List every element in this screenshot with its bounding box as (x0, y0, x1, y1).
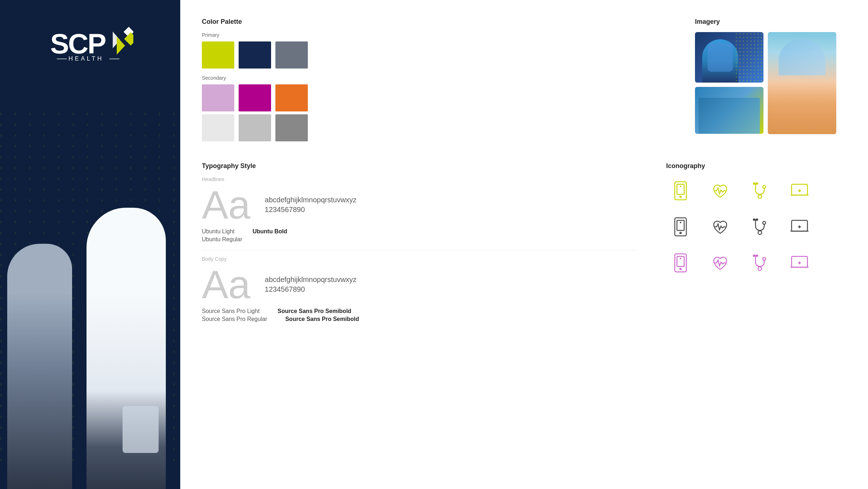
svg-point-31 (763, 221, 766, 224)
icon-row-dark (666, 212, 846, 241)
left-panel: SCP HEALTH › (0, 0, 180, 489)
stethoscope-icon-dark (745, 212, 774, 241)
headlines-numbers: 1234567890 (265, 206, 357, 214)
imagery-grid (695, 32, 846, 134)
typography-title: Typography Style (202, 162, 637, 170)
typography-body-block: Body Copy Aa abcdefghijklmnopqrstuvwxyz … (202, 256, 637, 322)
svg-text:SCP: SCP (50, 28, 105, 60)
svg-text:HEALTH: HEALTH (68, 55, 104, 62)
svg-point-20 (753, 183, 755, 184)
swatch-medium-gray (275, 41, 308, 69)
heart-monitor-icon-lime (706, 176, 735, 205)
secondary-label: Secondary (202, 75, 666, 81)
svg-point-49 (756, 255, 758, 256)
source-sans-regular-label: Source Sans Pro Regular (202, 316, 267, 322)
iconography-section: Iconography (666, 162, 846, 471)
swatch-orange (275, 84, 308, 111)
body-alpha: abcdefghijklmnopqrstuvwxyz (265, 276, 357, 284)
logo-container: SCP HEALTH (47, 22, 133, 65)
swatch-light-gray (239, 114, 271, 141)
headlines-alpha: abcdefghijklmnopqrstuvwxyz (265, 196, 357, 204)
laptop-medical-icon-lime (785, 176, 814, 205)
swatch-dark-gray (275, 114, 308, 141)
typography-section: Typography Style Headlines Aa abcdefghij… (202, 162, 637, 471)
laptop-medical-icon-purple (785, 248, 814, 277)
svg-point-16 (680, 196, 681, 198)
icon-row-purple (666, 248, 846, 277)
typo-divider (202, 250, 637, 250)
iconography-title: Iconography (666, 162, 846, 170)
heart-monitor-icon-dark (706, 212, 735, 241)
stethoscope-icon-purple (745, 248, 774, 277)
body-aa-sample: Aa (202, 265, 251, 304)
ubuntu-light-label: Ubuntu Light (202, 228, 235, 235)
swatch-lime-yellow (202, 41, 234, 69)
svg-point-30 (680, 232, 681, 234)
neutral-swatches (202, 114, 666, 141)
imagery-section: Imagery (695, 18, 846, 148)
doctor-patient-photo (0, 146, 180, 489)
svg-point-35 (756, 219, 758, 220)
svg-point-45 (763, 257, 766, 260)
svg-point-44 (680, 268, 681, 270)
secondary-palette-group: Secondary (202, 75, 666, 141)
scp-logo: SCP HEALTH (47, 22, 133, 65)
body-numbers: 1234567890 (265, 285, 357, 294)
imagery-col-right (768, 32, 836, 134)
color-palette-title: Color Palette (202, 18, 666, 26)
body-label: Body Copy (202, 256, 637, 262)
svg-point-21 (756, 183, 758, 184)
svg-point-48 (753, 255, 755, 256)
swatch-light-purple (202, 84, 234, 111)
primary-label: Primary (202, 32, 666, 38)
headlines-aa-sample: Aa (202, 185, 251, 225)
source-sans-semibold2-label: Source Sans Pro Semibold (285, 316, 359, 322)
svg-rect-11 (735, 32, 763, 83)
laptop-medical-icon-dark (785, 212, 814, 241)
icon-row-lime (666, 176, 846, 205)
phone-medical-icon-purple (666, 248, 695, 277)
bottom-section: Typography Style Headlines Aa abcdefghij… (202, 162, 846, 471)
svg-point-18 (758, 195, 762, 198)
imagery-title: Imagery (695, 18, 846, 26)
phone-medical-icon-lime (666, 176, 695, 205)
swatch-navy-blue (239, 41, 271, 69)
typography-headlines-block: Headlines Aa abcdefghijklmnopqrstuvwxyz … (202, 176, 637, 243)
swatch-magenta (239, 84, 271, 111)
right-panel: Color Palette Primary Secondary (180, 0, 868, 489)
imagery-col-left (695, 32, 763, 134)
svg-point-17 (763, 185, 766, 188)
svg-point-32 (758, 231, 762, 234)
ubuntu-regular-label: Ubuntu Regular (202, 236, 637, 243)
stethoscope-icon-lime (745, 176, 774, 205)
color-palette-section: Color Palette Primary Secondary (202, 18, 666, 148)
svg-point-34 (753, 219, 755, 220)
imagery-doctor-tablet (695, 32, 763, 83)
headlines-label: Headlines (202, 176, 637, 182)
source-sans-semibold-label: Source Sans Pro Semibold (278, 308, 351, 314)
svg-marker-2 (117, 37, 125, 55)
imagery-hands-stethoscope (695, 87, 763, 134)
secondary-swatches (202, 84, 666, 111)
phone-medical-icon-dark (666, 212, 695, 241)
ubuntu-bold-label: Ubuntu Bold (253, 228, 287, 235)
top-section: Color Palette Primary Secondary (202, 18, 846, 148)
primary-swatches (202, 41, 666, 69)
primary-palette-group: Primary (202, 32, 666, 69)
heart-monitor-icon-purple (706, 248, 735, 277)
swatch-white-gray (202, 114, 234, 141)
svg-point-46 (758, 267, 762, 270)
source-sans-light-label: Source Sans Pro Light (202, 308, 260, 314)
imagery-family (768, 32, 836, 134)
svg-rect-4 (124, 32, 133, 46)
